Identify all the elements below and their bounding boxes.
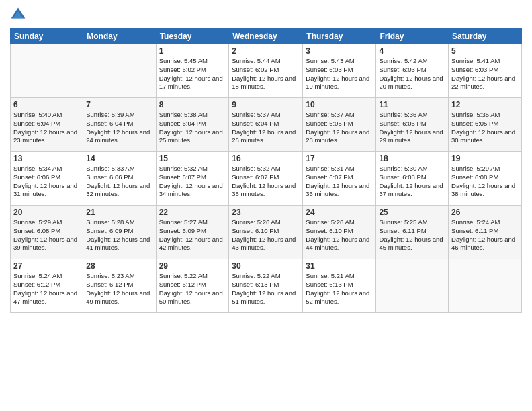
day-number: 31	[306, 261, 373, 271]
day-info: Sunrise: 5:30 AM Sunset: 6:08 PM Dayligh…	[379, 165, 445, 199]
day-number: 20	[13, 208, 80, 217]
table-row: 16Sunrise: 5:32 AM Sunset: 6:07 PM Dayli…	[229, 152, 303, 205]
day-number: 2	[232, 46, 300, 56]
day-number: 29	[159, 261, 226, 271]
day-info: Sunrise: 5:42 AM Sunset: 6:03 PM Dayligh…	[379, 57, 445, 91]
day-number: 26	[451, 208, 519, 217]
table-row: 3Sunrise: 5:43 AM Sunset: 6:03 PM Daylig…	[303, 44, 376, 98]
table-row: 13Sunrise: 5:34 AM Sunset: 6:06 PM Dayli…	[11, 152, 83, 205]
day-number: 30	[232, 261, 300, 271]
col-tuesday: Tuesday	[156, 29, 229, 44]
table-row: 18Sunrise: 5:30 AM Sunset: 6:08 PM Dayli…	[376, 152, 449, 205]
table-row	[11, 44, 83, 98]
table-row: 12Sunrise: 5:35 AM Sunset: 6:05 PM Dayli…	[449, 98, 522, 152]
day-info: Sunrise: 5:21 AM Sunset: 6:13 PM Dayligh…	[306, 272, 373, 306]
day-number: 28	[86, 261, 152, 271]
day-number: 25	[379, 208, 445, 217]
col-wednesday: Wednesday	[229, 29, 303, 44]
table-row	[83, 44, 156, 98]
table-row: 24Sunrise: 5:26 AM Sunset: 6:10 PM Dayli…	[303, 205, 376, 259]
day-number: 17	[306, 154, 373, 163]
day-info: Sunrise: 5:43 AM Sunset: 6:03 PM Dayligh…	[306, 57, 373, 91]
day-number: 21	[86, 208, 152, 217]
col-thursday: Thursday	[303, 29, 376, 44]
table-row: 1Sunrise: 5:45 AM Sunset: 6:02 PM Daylig…	[156, 44, 229, 98]
col-monday: Monday	[83, 29, 156, 44]
day-info: Sunrise: 5:37 AM Sunset: 6:05 PM Dayligh…	[306, 111, 373, 145]
day-number: 14	[86, 154, 152, 163]
table-row: 28Sunrise: 5:23 AM Sunset: 6:12 PM Dayli…	[83, 259, 156, 313]
day-info: Sunrise: 5:44 AM Sunset: 6:02 PM Dayligh…	[232, 57, 300, 91]
table-row: 31Sunrise: 5:21 AM Sunset: 6:13 PM Dayli…	[303, 259, 376, 313]
calendar-week-row: 20Sunrise: 5:29 AM Sunset: 6:08 PM Dayli…	[11, 205, 522, 259]
table-row: 29Sunrise: 5:22 AM Sunset: 6:12 PM Dayli…	[156, 259, 229, 313]
logo	[10, 7, 29, 23]
day-number: 5	[451, 46, 519, 56]
day-info: Sunrise: 5:26 AM Sunset: 6:10 PM Dayligh…	[306, 218, 373, 253]
day-info: Sunrise: 5:29 AM Sunset: 6:08 PM Dayligh…	[451, 165, 519, 199]
day-info: Sunrise: 5:35 AM Sunset: 6:05 PM Dayligh…	[451, 111, 519, 145]
table-row: 20Sunrise: 5:29 AM Sunset: 6:08 PM Dayli…	[11, 205, 83, 259]
day-number: 3	[306, 46, 373, 56]
logo-icon	[10, 7, 26, 23]
day-number: 12	[451, 100, 519, 109]
table-row: 27Sunrise: 5:24 AM Sunset: 6:12 PM Dayli…	[11, 259, 83, 313]
table-row: 10Sunrise: 5:37 AM Sunset: 6:05 PM Dayli…	[303, 98, 376, 152]
day-number: 1	[159, 46, 226, 56]
table-row: 22Sunrise: 5:27 AM Sunset: 6:09 PM Dayli…	[156, 205, 229, 259]
table-row: 23Sunrise: 5:26 AM Sunset: 6:10 PM Dayli…	[229, 205, 303, 259]
table-row: 15Sunrise: 5:32 AM Sunset: 6:07 PM Dayli…	[156, 152, 229, 205]
day-number: 9	[232, 100, 300, 109]
day-number: 27	[13, 261, 80, 271]
day-number: 19	[451, 154, 519, 163]
day-info: Sunrise: 5:34 AM Sunset: 6:06 PM Dayligh…	[13, 165, 80, 199]
col-sunday: Sunday	[11, 29, 83, 44]
day-number: 23	[232, 208, 300, 217]
table-row: 9Sunrise: 5:37 AM Sunset: 6:04 PM Daylig…	[229, 98, 303, 152]
calendar-week-row: 13Sunrise: 5:34 AM Sunset: 6:06 PM Dayli…	[11, 152, 522, 205]
day-number: 8	[159, 100, 226, 109]
day-info: Sunrise: 5:37 AM Sunset: 6:04 PM Dayligh…	[232, 111, 300, 145]
calendar-week-row: 6Sunrise: 5:40 AM Sunset: 6:04 PM Daylig…	[11, 98, 522, 152]
day-number: 4	[379, 46, 445, 56]
day-info: Sunrise: 5:45 AM Sunset: 6:02 PM Dayligh…	[159, 57, 226, 91]
day-number: 6	[13, 100, 80, 109]
table-row: 17Sunrise: 5:31 AM Sunset: 6:07 PM Dayli…	[303, 152, 376, 205]
calendar-week-row: 1Sunrise: 5:45 AM Sunset: 6:02 PM Daylig…	[11, 44, 522, 98]
table-row: 4Sunrise: 5:42 AM Sunset: 6:03 PM Daylig…	[376, 44, 449, 98]
day-number: 22	[159, 208, 226, 217]
page: Sunday Monday Tuesday Wednesday Thursday…	[0, 0, 532, 320]
day-info: Sunrise: 5:31 AM Sunset: 6:07 PM Dayligh…	[306, 165, 373, 199]
calendar-week-row: 27Sunrise: 5:24 AM Sunset: 6:12 PM Dayli…	[11, 259, 522, 313]
day-info: Sunrise: 5:23 AM Sunset: 6:12 PM Dayligh…	[86, 272, 152, 306]
table-row: 2Sunrise: 5:44 AM Sunset: 6:02 PM Daylig…	[229, 44, 303, 98]
table-row: 14Sunrise: 5:33 AM Sunset: 6:06 PM Dayli…	[83, 152, 156, 205]
day-info: Sunrise: 5:25 AM Sunset: 6:11 PM Dayligh…	[379, 218, 445, 253]
day-info: Sunrise: 5:22 AM Sunset: 6:13 PM Dayligh…	[232, 272, 300, 306]
day-number: 13	[13, 154, 80, 163]
day-info: Sunrise: 5:33 AM Sunset: 6:06 PM Dayligh…	[86, 165, 152, 199]
table-row: 30Sunrise: 5:22 AM Sunset: 6:13 PM Dayli…	[229, 259, 303, 313]
table-row: 26Sunrise: 5:24 AM Sunset: 6:11 PM Dayli…	[449, 205, 522, 259]
table-row: 6Sunrise: 5:40 AM Sunset: 6:04 PM Daylig…	[11, 98, 83, 152]
day-info: Sunrise: 5:26 AM Sunset: 6:10 PM Dayligh…	[232, 218, 300, 253]
day-info: Sunrise: 5:39 AM Sunset: 6:04 PM Dayligh…	[86, 111, 152, 145]
col-friday: Friday	[376, 29, 449, 44]
day-number: 24	[306, 208, 373, 217]
day-info: Sunrise: 5:32 AM Sunset: 6:07 PM Dayligh…	[159, 165, 226, 199]
table-row: 11Sunrise: 5:36 AM Sunset: 6:05 PM Dayli…	[376, 98, 449, 152]
day-info: Sunrise: 5:41 AM Sunset: 6:03 PM Dayligh…	[451, 57, 519, 91]
day-info: Sunrise: 5:22 AM Sunset: 6:12 PM Dayligh…	[159, 272, 226, 306]
day-number: 7	[86, 100, 152, 109]
day-number: 10	[306, 100, 373, 109]
day-number: 16	[232, 154, 300, 163]
table-row: 7Sunrise: 5:39 AM Sunset: 6:04 PM Daylig…	[83, 98, 156, 152]
calendar-table: Sunday Monday Tuesday Wednesday Thursday…	[10, 28, 522, 313]
day-info: Sunrise: 5:27 AM Sunset: 6:09 PM Dayligh…	[159, 218, 226, 253]
day-info: Sunrise: 5:24 AM Sunset: 6:11 PM Dayligh…	[451, 218, 519, 253]
day-info: Sunrise: 5:32 AM Sunset: 6:07 PM Dayligh…	[232, 165, 300, 199]
day-info: Sunrise: 5:36 AM Sunset: 6:05 PM Dayligh…	[379, 111, 445, 145]
table-row: 19Sunrise: 5:29 AM Sunset: 6:08 PM Dayli…	[449, 152, 522, 205]
table-row: 21Sunrise: 5:28 AM Sunset: 6:09 PM Dayli…	[83, 205, 156, 259]
day-number: 15	[159, 154, 226, 163]
